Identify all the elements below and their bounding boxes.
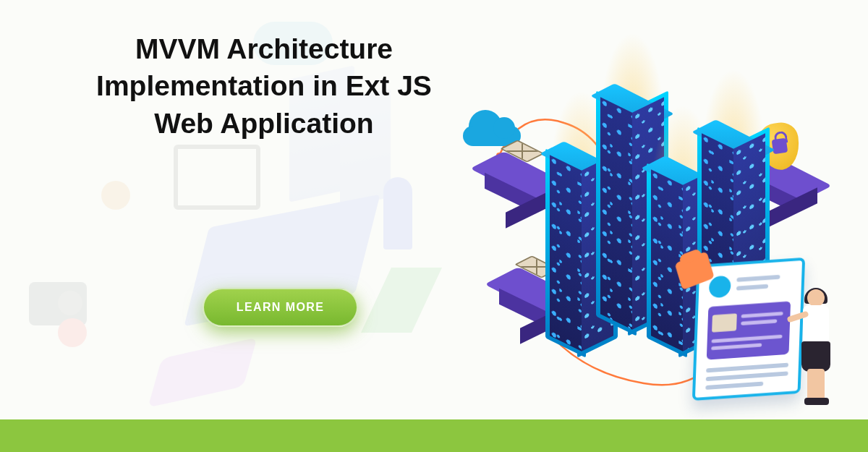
avatar-icon xyxy=(709,276,731,299)
envelope-icon xyxy=(712,313,737,332)
bg-grid xyxy=(361,268,442,333)
page-title: MVVM Architecture Implementation in Ext … xyxy=(94,30,434,142)
learn-more-button[interactable]: LEARN MORE xyxy=(203,288,358,327)
bg-monitor xyxy=(174,145,260,210)
bg-person xyxy=(383,177,412,250)
woman-user-illustration xyxy=(796,289,839,412)
document-card xyxy=(692,257,805,401)
hero-illustration xyxy=(456,14,861,419)
bg-camera xyxy=(29,282,87,325)
bg-phone xyxy=(148,338,257,408)
bg-gear xyxy=(101,181,130,210)
learn-more-label: LEARN MORE xyxy=(237,301,325,314)
footer-accent-bar xyxy=(0,419,868,452)
lock-icon xyxy=(772,138,788,155)
bg-notification-badge xyxy=(58,318,87,347)
